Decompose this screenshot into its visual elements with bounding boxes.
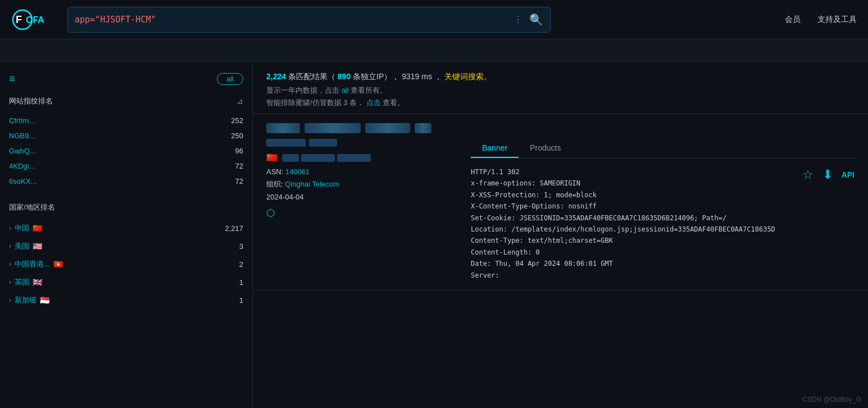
download-button[interactable]: ⬇ — [822, 167, 833, 182]
sidebar-top: ≡ all — [9, 73, 243, 85]
banner-line-0: HTTP/1.1 302 — [471, 166, 855, 178]
content-area: 2,224 条匹配结果（ 890 条独立IP）， 9319 ms ， 关键词搜索… — [253, 62, 868, 408]
subheader — [0, 39, 868, 62]
results-actions: ☆ ⬇ API — [802, 167, 855, 182]
results-smart-text: 智能排除蜜罐/仿冒数据 — [266, 98, 342, 107]
results-ip-label: 条独立IP）， — [353, 72, 399, 81]
filter-icon[interactable]: ≡ — [9, 73, 15, 85]
banner-line-7: Content-Length: 0 — [471, 247, 855, 258]
chevron-icon-0: › — [9, 224, 11, 232]
fingerprint-name-3: 4KDgi... — [9, 162, 35, 170]
fingerprint-title-text: 网站指纹排名 — [9, 96, 53, 106]
nav-member[interactable]: 会员 — [785, 15, 801, 25]
fingerprint-count-0: 252 — [231, 116, 243, 125]
result-card: 🇨🇳 ASN: 140061 组织: Qinghai Teleco — [253, 114, 868, 291]
results-ms-suffix: ， — [434, 72, 442, 81]
origin-blur-2 — [301, 154, 335, 162]
all-badge[interactable]: all — [217, 73, 243, 85]
country-flag-4: 🇸🇬 — [40, 296, 49, 305]
results-smart-click[interactable]: 点击 — [366, 98, 381, 107]
more-options-icon[interactable]: ⋮ — [513, 14, 522, 25]
org-link[interactable]: Qinghai Telecom — [285, 180, 339, 188]
banner-line-9: Server: — [471, 270, 855, 281]
chevron-icon-3: › — [9, 278, 11, 286]
country-left-2: › 中国香港... 🇭🇰 — [9, 259, 63, 269]
country-name-4: 新加坡 — [15, 295, 37, 305]
fingerprint-name-2: GwhQ... — [9, 147, 36, 155]
origin-text — [282, 154, 371, 162]
results-keyword-link[interactable]: 关键词搜索。 — [444, 72, 492, 81]
country-item-2[interactable]: › 中国香港... 🇭🇰 2 — [9, 255, 243, 273]
result-date: 2024-04-04 — [266, 193, 457, 201]
result-asn: ASN: 140061 — [266, 167, 457, 176]
tab-products[interactable]: Products — [519, 139, 572, 158]
results-smart-end: 查看。 — [383, 98, 405, 107]
banner-line-2: X-XSS-Protection: 1; mode=block — [471, 189, 855, 201]
country-left-0: › 中国 🇨🇳 — [9, 223, 42, 233]
domain-blur-2 — [309, 139, 337, 147]
results-all-link[interactable]: all — [342, 86, 349, 94]
search-bar: ⋮ 🔍 — [67, 7, 551, 33]
results-smart-suffix: 条， — [349, 98, 364, 107]
chevron-icon-4: › — [9, 296, 11, 304]
fingerprint-item-1[interactable]: NGB9... 250 — [9, 128, 243, 143]
header-nav: 会员 支持及工具 — [785, 15, 857, 25]
fingerprint-item-4[interactable]: 6soKX... 72 — [9, 174, 243, 189]
country-flag-1: 🇺🇸 — [33, 242, 42, 251]
domain-blur-1 — [266, 139, 306, 147]
country-list: › 中国 🇨🇳 2,217 › 美国 🇺🇸 3 › 中国香港... 🇭 — [9, 219, 243, 309]
fingerprint-list: CfrtIm... 252 NGB9... 250 GwhQ... 96 4KD… — [9, 113, 243, 189]
country-title-text: 国家/地区排名 — [9, 202, 55, 212]
api-button[interactable]: API — [842, 170, 855, 179]
country-left-1: › 美国 🇺🇸 — [9, 241, 42, 251]
country-item-4[interactable]: › 新加坡 🇸🇬 1 — [9, 291, 243, 309]
tab-banner[interactable]: Banner — [471, 139, 519, 158]
fingerprint-count-1: 250 — [231, 132, 243, 140]
banner-line-3: X-Content-Type-Options: nosniff — [471, 201, 855, 212]
country-left-3: › 英国 🇬🇧 — [9, 277, 42, 287]
origin-flag: 🇨🇳 — [266, 152, 278, 163]
banner-line-5: Location: /templates/index/hcmlogon.jsp;… — [471, 224, 855, 235]
fingerprint-count-2: 96 — [235, 147, 243, 155]
banner-line-4: Set-Cookie: JSESSIONID=335ADAF40FBEC0AA7… — [471, 212, 855, 224]
asn-link[interactable]: 140061 — [285, 167, 310, 176]
country-name-0: 中国 — [15, 223, 29, 233]
country-item-0[interactable]: › 中国 🇨🇳 2,217 — [9, 219, 243, 237]
fingerprint-name-4: 6soKX... — [9, 177, 37, 185]
search-input[interactable] — [75, 15, 513, 25]
country-item-1[interactable]: › 美国 🇺🇸 3 — [9, 237, 243, 255]
fingerprint-name-0: CfrtIm... — [9, 116, 35, 125]
ip-blur-1 — [266, 123, 300, 133]
watermark: CSDN @OidBoy_G — [802, 396, 861, 404]
results-summary: 2,224 条匹配结果（ 890 条独立IP）， 9319 ms ， 关键词搜索… — [266, 72, 855, 82]
result-ip-blurred — [266, 123, 431, 133]
result-org: 组织: Qinghai Telecom — [266, 179, 457, 189]
fingerprint-filter-icon[interactable]: ⊿ — [237, 97, 243, 106]
result-panel: Banner Products HTTP/1.1 302 x-frame-opt… — [471, 139, 855, 281]
fingerprint-section-title: 网站指纹排名 ⊿ — [9, 96, 243, 106]
results-header: 2,224 条匹配结果（ 890 条独立IP）， 9319 ms ， 关键词搜索… — [253, 62, 868, 114]
fingerprint-item-3[interactable]: 4KDgi... 72 — [9, 158, 243, 174]
result-details: 🇨🇳 ASN: 140061 组织: Qinghai Teleco — [266, 139, 855, 281]
product-icon[interactable]: ⬡ — [266, 207, 457, 219]
results-smart: 智能排除蜜罐/仿冒数据 3 条， 点击 查看。 — [266, 98, 855, 108]
banner-line-8: Date: Thu, 04 Apr 2024 08:06:01 GMT — [471, 258, 855, 269]
asn-label: ASN: — [266, 167, 283, 176]
org-label: 组织: — [266, 180, 283, 188]
result-left: 🇨🇳 ASN: 140061 组织: Qinghai Teleco — [266, 139, 457, 219]
search-icon[interactable]: 🔍 — [529, 13, 543, 26]
panel-tabs: Banner Products — [471, 139, 855, 158]
fingerprint-item-2[interactable]: GwhQ... 96 — [9, 143, 243, 158]
nav-tools[interactable]: 支持及工具 — [817, 15, 857, 25]
ip-blur-2 — [305, 123, 361, 133]
results-count: 2,224 — [266, 72, 286, 81]
country-item-3[interactable]: › 英国 🇬🇧 1 — [9, 273, 243, 291]
header: F OFA ⋮ 🔍 会员 支持及工具 — [0, 0, 868, 39]
country-name-3: 英国 — [15, 277, 29, 287]
fingerprint-item-0[interactable]: CfrtIm... 252 — [9, 113, 243, 128]
results-note: 显示一年内数据，点击 all 查看所有。 — [266, 85, 855, 96]
star-button[interactable]: ☆ — [802, 167, 814, 182]
fingerprint-name-1: NGB9... — [9, 132, 35, 140]
main-layout: ≡ all 网站指纹排名 ⊿ CfrtIm... 252 NGB9... 250… — [0, 62, 868, 408]
logo-svg: F OFA — [11, 8, 56, 31]
